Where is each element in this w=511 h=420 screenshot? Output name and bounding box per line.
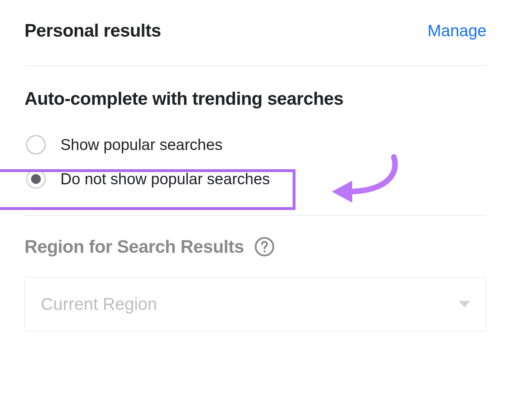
radio-button-selected-icon [26,169,46,189]
radio-button-icon [26,135,46,155]
radio-do-not-show-popular[interactable]: Do not show popular searches [24,166,487,192]
radio-show-popular[interactable]: Show popular searches [24,131,487,158]
radio-dot-icon [31,174,41,184]
help-icon[interactable] [254,236,275,257]
svg-point-2 [263,250,265,252]
personal-results-title: Personal results [24,20,161,41]
autocomplete-title: Auto-complete with trending searches [24,88,487,109]
autocomplete-section: Auto-complete with trending searches Sho… [24,66,487,215]
autocomplete-radio-group: Show popular searches Do not show popula… [24,131,487,192]
region-select[interactable]: Current Region [24,277,487,332]
region-title: Region for Search Results [24,237,244,257]
region-header: Region for Search Results [24,236,487,257]
region-section: Region for Search Results Current Region [24,216,487,332]
radio-label-do-not-show: Do not show popular searches [60,170,270,188]
region-select-value: Current Region [41,294,157,314]
chevron-down-icon [459,301,470,307]
personal-results-row: Personal results Manage [24,20,487,41]
manage-link[interactable]: Manage [427,22,487,40]
radio-label-show: Show popular searches [60,136,222,154]
